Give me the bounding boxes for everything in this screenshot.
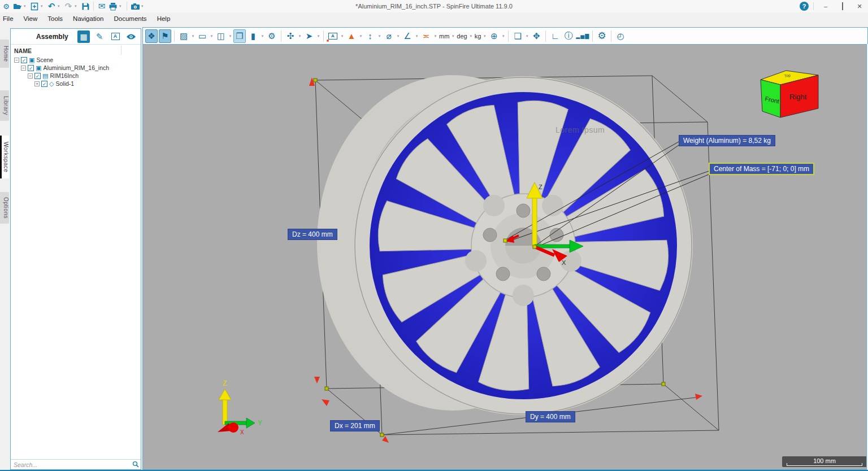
undo-caret[interactable]: ▾ — [58, 4, 62, 8]
undo-icon[interactable]: ↶ — [46, 1, 57, 11]
markup-pointer-caret[interactable]: ▾ — [316, 34, 321, 38]
measure-diameter-icon[interactable]: ⌀ — [383, 29, 395, 43]
tab-options[interactable]: Options — [0, 192, 9, 224]
explode-caret[interactable]: ▾ — [297, 34, 302, 38]
info-icon[interactable]: ⓘ — [562, 29, 575, 43]
tree-label[interactable]: Scene — [36, 56, 53, 63]
tree-row-part[interactable]: − ✓ ▤ RIM16Inch — [11, 72, 141, 80]
help-icon[interactable]: ? — [800, 2, 809, 11]
annotation-board-icon[interactable]: A — [109, 30, 121, 43]
markup-pointer-icon[interactable]: ➤ — [303, 29, 315, 43]
measure-thickness-caret[interactable]: ▾ — [433, 34, 438, 38]
menu-documents[interactable]: Documents — [114, 15, 146, 22]
select-structure-icon[interactable]: ❖ — [145, 29, 158, 43]
material-cylinder-caret[interactable]: ▾ — [260, 34, 265, 38]
image-export-caret[interactable]: ▾ — [190, 34, 196, 38]
tree-row-scene[interactable]: − ✓ ▣ Scene — [11, 56, 141, 64]
statistics-icon[interactable]: ▂▅▇ — [576, 29, 589, 43]
center-of-mass-annotation-label[interactable]: Center of Mass = [-71; 0; 0] mm — [709, 163, 814, 175]
settings-gear-icon[interactable]: ⚙ — [596, 29, 608, 43]
tree-label[interactable]: Aluminium_RIM_16_inch — [43, 64, 109, 71]
unit-length-caret[interactable]: ▾ — [450, 34, 455, 38]
render-cube-icon[interactable]: ❒ — [233, 29, 246, 43]
coordinate-label-icon[interactable]: ▲ — [345, 29, 358, 43]
compare-icon[interactable]: ❏ — [511, 29, 524, 43]
collapse-icon[interactable]: − — [28, 73, 33, 78]
redo-caret[interactable]: ▾ — [75, 4, 79, 8]
dimension-dz-label[interactable]: Dz = 400 mm — [288, 229, 337, 240]
redo-icon[interactable]: ↷ — [63, 1, 73, 11]
wheel-model[interactable] — [317, 75, 693, 415]
display-mode-caret[interactable]: ▾ — [209, 34, 214, 38]
menu-view[interactable]: View — [24, 15, 38, 22]
tree-row-assembly[interactable]: − ✓ ▣ Aluminium_RIM_16_inch — [11, 64, 141, 72]
search-icon[interactable] — [131, 460, 141, 470]
new-document-caret[interactable]: ▾ — [41, 4, 45, 8]
measure-diameter-caret[interactable]: ▾ — [396, 34, 401, 38]
dimension-dx-label[interactable]: Dx = 201 mm — [330, 420, 380, 431]
display-mode-icon[interactable]: ▭ — [196, 29, 209, 43]
material-globe-icon[interactable]: ⊕ — [488, 29, 500, 43]
save-icon[interactable] — [80, 1, 90, 11]
collapse-icon[interactable]: − — [21, 66, 26, 71]
email-icon[interactable]: ✉ — [97, 1, 107, 11]
tab-library[interactable]: Library — [0, 90, 9, 121]
explode-icon[interactable]: ✣ — [284, 29, 297, 43]
coordinate-label-caret[interactable]: ▾ — [358, 34, 363, 38]
measure-distance-caret[interactable]: ▾ — [377, 34, 382, 38]
menu-tools[interactable]: Tools — [47, 15, 63, 22]
select-flag-icon[interactable]: ⚑ — [159, 29, 171, 43]
image-export-icon[interactable]: ▨ — [177, 29, 190, 43]
unit-length-select[interactable]: mm — [438, 33, 450, 40]
unit-mass-select[interactable]: kg — [474, 33, 483, 40]
material-settings-icon[interactable]: ⚙ — [266, 29, 278, 43]
close-button[interactable]: ✕ — [852, 1, 867, 12]
expand-icon[interactable]: + — [34, 81, 40, 86]
new-document-icon[interactable] — [29, 1, 40, 11]
measure-angle-caret[interactable]: ▾ — [414, 34, 419, 38]
open-file-caret[interactable]: ▾ — [24, 4, 28, 8]
measure-distance-icon[interactable]: ↕ — [364, 29, 376, 43]
transform-icon[interactable]: ✥ — [530, 29, 542, 43]
capture-caret[interactable]: ▾ — [141, 4, 146, 8]
orientation-cube[interactable]: Front Right Top — [761, 71, 818, 117]
menu-file[interactable]: File — [3, 15, 14, 22]
menu-navigation[interactable]: Navigation — [73, 15, 103, 22]
open-file-icon[interactable] — [12, 1, 23, 11]
viewport-3d[interactable]: Z X — [142, 44, 867, 470]
tree-label[interactable]: RIM16Inch — [50, 72, 79, 79]
minimize-button[interactable]: – — [818, 1, 833, 12]
visibility-eye-icon[interactable] — [125, 30, 137, 43]
checkbox-checked[interactable]: ✓ — [34, 73, 41, 79]
measure-thickness-icon[interactable]: ≍ — [420, 29, 432, 43]
search-input[interactable] — [11, 460, 131, 469]
collapse-icon[interactable]: − — [14, 58, 19, 63]
unit-angle-select[interactable]: deg — [455, 33, 468, 40]
capture-icon[interactable] — [130, 1, 140, 11]
print-caret[interactable]: ▾ — [119, 4, 124, 8]
layout-tiles-icon[interactable]: ◫ — [215, 29, 227, 43]
unit-angle-caret[interactable]: ▾ — [468, 34, 474, 38]
unit-mass-caret[interactable]: ▾ — [482, 34, 487, 38]
grid-view-icon[interactable]: ▦ — [77, 30, 90, 43]
dashboard-icon[interactable]: ◴ — [614, 29, 627, 43]
layout-tiles-caret[interactable]: ▾ — [228, 34, 233, 38]
checkbox-checked[interactable]: ✓ — [28, 65, 34, 71]
markup-edit-icon[interactable]: ✎ — [93, 30, 106, 43]
tab-workspace[interactable]: Workspace — [0, 136, 9, 178]
measure-angle-icon[interactable]: ∠ — [401, 29, 414, 43]
menu-help[interactable]: Help — [157, 15, 171, 22]
restore-button[interactable] — [835, 1, 850, 12]
weight-annotation-label[interactable]: Weight (Aluminum) = 8,52 kg — [679, 135, 775, 146]
material-globe-caret[interactable]: ▾ — [501, 34, 506, 38]
checkbox-checked[interactable]: ✓ — [21, 57, 27, 63]
tree-row-solid[interactable]: + ✓ ◇ Solid-1 — [11, 80, 141, 88]
tab-home[interactable]: Home — [0, 40, 9, 68]
compare-caret[interactable]: ▾ — [524, 34, 530, 38]
tree-label[interactable]: Solid-1 — [55, 80, 74, 87]
callout-annotation-icon[interactable]: A — [327, 29, 339, 43]
dimension-dy-label[interactable]: Dy = 400 mm — [526, 411, 575, 422]
checkbox-checked[interactable]: ✓ — [41, 81, 47, 87]
print-icon[interactable] — [108, 1, 118, 11]
material-cylinder-icon[interactable]: ▮ — [247, 29, 259, 43]
